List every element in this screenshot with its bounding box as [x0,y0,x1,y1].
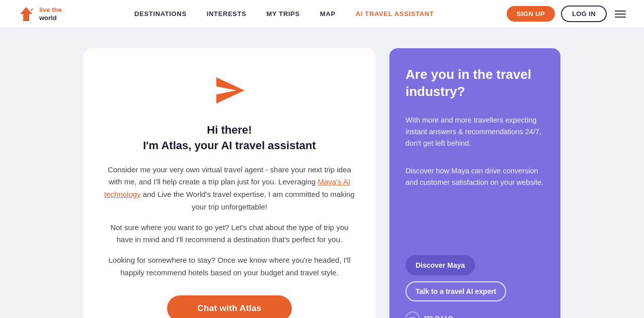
svg-marker-0 [216,77,245,103]
page-content: Hi there! I'm Atlas, your AI travel assi… [0,28,644,318]
maya-logo-text: maya [424,312,454,318]
logo-text: live the world [39,6,62,22]
chat-with-atlas-button[interactable]: Chat with Atlas [167,295,291,318]
header-actions: SIGN UP LOG IN [507,6,628,22]
send-icon [211,72,248,109]
industry-text-1: With more and more travellers expecting … [406,115,544,150]
industry-title: Are you in the travel industry? [406,66,544,100]
hamburger-line-1 [615,11,626,12]
industry-text-2: Discover how Maya can drive conversion a… [406,165,544,188]
talk-to-expert-button[interactable]: Talk to a travel AI expert [406,281,506,301]
hamburger-menu[interactable] [613,9,628,20]
nav-interests[interactable]: INTERESTS [207,10,247,18]
header: live the world DESTINATIONS INTERESTS MY… [0,0,644,28]
signup-button[interactable]: SIGN UP [507,6,555,22]
maya-logo-row: m maya [406,311,544,318]
atlas-title: Hi there! I'm Atlas, your AI travel assi… [143,123,316,154]
atlas-body-3: Looking for somewhere to stay? Once we k… [104,254,355,279]
atlas-card: Hi there! I'm Atlas, your AI travel assi… [84,48,375,318]
industry-card: Are you in the travel industry? With mor… [389,48,560,318]
maya-brand-icon: m [406,311,420,318]
industry-actions: Discover Maya Talk to a travel AI expert [406,255,544,301]
main-nav: DESTINATIONS INTERESTS MY TRIPS MAP AI T… [134,10,434,18]
nav-my-trips[interactable]: MY TRIPS [267,10,300,18]
atlas-body-2: Not sure where you want to go yet? Let's… [104,222,355,247]
nav-destinations[interactable]: DESTINATIONS [134,10,187,18]
nav-map[interactable]: MAP [320,10,336,18]
hamburger-line-3 [615,17,626,18]
logo[interactable]: live the world [16,4,62,24]
nav-ai-travel-assistant[interactable]: AI TRAVEL ASSISTANT [356,10,434,18]
hamburger-line-2 [615,14,626,15]
discover-maya-button[interactable]: Discover Maya [406,255,475,275]
login-button[interactable]: LOG IN [561,6,607,22]
logo-icon [16,4,36,24]
atlas-body-1: Consider me your very own virtual travel… [104,164,355,214]
svg-text:m: m [410,314,416,318]
send-icon-wrapper [211,72,248,111]
